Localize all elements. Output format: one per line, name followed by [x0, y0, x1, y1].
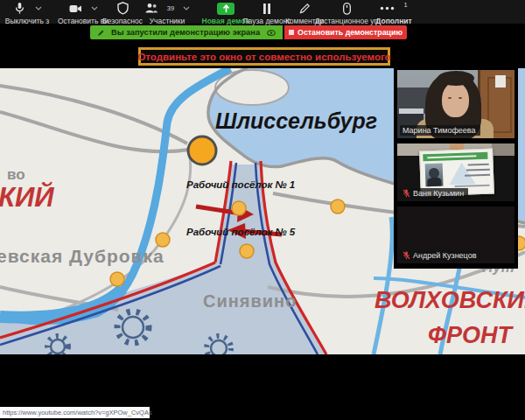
- zoom-meeting-window: Выключить з Остановить ви Безопаснос 39 …: [0, 0, 525, 420]
- shlisselburg-marker: [188, 136, 216, 164]
- map-label-vo-fragment: во: [7, 166, 25, 184]
- status-url-text: https://www.youtube.com/watch?v=gXPOw_Cv…: [3, 409, 152, 416]
- annotation-icon: [97, 29, 104, 37]
- participants-count-badge: 39: [167, 4, 174, 12]
- more-badge: 1: [403, 1, 407, 9]
- muted-mic-icon: [402, 189, 410, 198]
- screen-share-banner: Вы запустили демонстрацию экрана Останов…: [90, 25, 407, 39]
- participant-name-tag: Марина Тимофеева: [400, 125, 480, 136]
- chevron-up-icon[interactable]: [91, 6, 98, 10]
- mute-audio-button[interactable]: Выключить з: [2, 2, 52, 25]
- video-tile-vanya[interactable]: Ваня Кузьмин: [397, 144, 514, 201]
- more-label: Дополнит: [375, 17, 411, 25]
- camera-icon: [69, 4, 82, 14]
- chevron-up-icon[interactable]: [35, 6, 42, 10]
- map-label-leningradsky-fragment: КИЙ: [0, 182, 54, 214]
- move-window-warning-text: Отодвиньте это окно от совместно использ…: [137, 52, 390, 62]
- stop-share-button[interactable]: Остановить демонстрацию: [284, 25, 407, 39]
- meeting-toolbar: Выключить з Остановить ви Безопаснос 39 …: [0, 0, 525, 24]
- pause-icon: [262, 4, 271, 14]
- participants-icon: [144, 3, 158, 14]
- participant-name: Ваня Кузьмин: [413, 189, 464, 198]
- video-tile-andrey[interactable]: Андрей Кузнецов: [397, 206, 514, 263]
- video-tile-marina[interactable]: Марина Тимофеева: [397, 70, 514, 138]
- participants-label: Участники: [150, 17, 186, 25]
- remote-control-label: Дистанционное уп: [315, 17, 378, 25]
- visibility-icon[interactable]: [267, 30, 276, 36]
- muted-mic-icon: [402, 251, 410, 260]
- more-button[interactable]: 1 Дополнит: [374, 2, 413, 25]
- share-status-message: Вы запустили демонстрацию экрана: [111, 28, 260, 37]
- participant-name: Андрей Кузнецов: [413, 251, 476, 260]
- map-label-volkhov-front-1: ВОЛХОВСКИЙ: [374, 287, 525, 314]
- pause-share-button[interactable]: Пауза демонс: [245, 2, 289, 25]
- pencil-icon: [299, 3, 311, 14]
- map-label-settlement5: Рабочий посёлок № 5: [186, 227, 295, 237]
- pause-share-label: Пауза демонс: [242, 17, 290, 25]
- participants-button[interactable]: 39 Участники: [140, 2, 194, 25]
- stop-share-label: Остановить демонстрацию: [298, 28, 402, 37]
- browser-status-url: https://www.youtube.com/watch?v=gXPOw_Cv…: [0, 407, 150, 418]
- id-card-photo: [425, 164, 444, 187]
- microphone-icon: [13, 2, 26, 15]
- new-share-button[interactable]: Новая демон: [204, 2, 248, 25]
- map-label-volkhov-front-2: ФРОНТ: [428, 322, 512, 349]
- mute-audio-label: Выключить з: [5, 17, 50, 25]
- participant-name: Марина Тимофеева: [402, 126, 476, 135]
- map-label-shlisselburg: Шлиссельбург: [215, 108, 377, 134]
- share-status-pill: Вы запустили демонстрацию экрана: [90, 25, 283, 39]
- participant-name-tag: Андрей Кузнецов: [400, 250, 480, 261]
- security-button[interactable]: Безопаснос: [100, 2, 145, 25]
- map-label-sinyavino: Синявино: [203, 291, 297, 312]
- remote-control-button[interactable]: Дистанционное уп: [312, 2, 382, 25]
- map-label-settlement1: Рабочий посёлок № 1: [186, 179, 295, 190]
- remote-control-icon: [343, 3, 351, 15]
- participants-video-panel: Марина Тимофеева Ван: [394, 68, 518, 269]
- more-dots-icon: [380, 6, 395, 10]
- stop-icon: [289, 30, 294, 35]
- move-window-warning: Отодвиньте это окно от совместно использ…: [138, 47, 390, 66]
- share-screen-icon: [217, 3, 234, 15]
- lake-island: [215, 70, 289, 105]
- chevron-up-icon[interactable]: [183, 6, 190, 10]
- security-label: Безопаснос: [102, 17, 143, 25]
- participant-name-tag: Ваня Кузьмин: [400, 188, 468, 199]
- participant-face: [442, 82, 469, 117]
- shield-icon: [117, 2, 129, 15]
- map-label-dubrovka: евская Дубровка: [0, 246, 164, 267]
